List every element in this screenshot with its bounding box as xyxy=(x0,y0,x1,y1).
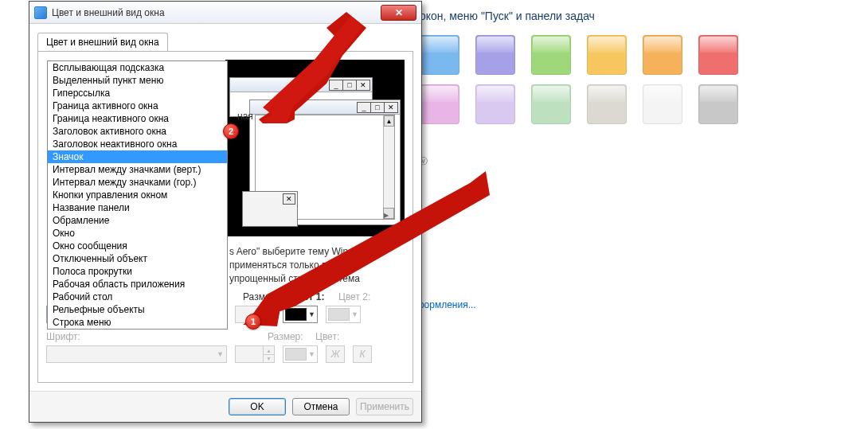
color-swatch[interactable] xyxy=(643,84,682,124)
close-button[interactable]: ✕ xyxy=(381,5,416,21)
maximize-icon: □ xyxy=(370,102,385,113)
list-item[interactable]: Интервал между значками (верт.) xyxy=(48,163,227,176)
apply-button: Применить xyxy=(356,398,413,415)
minimize-icon: _ xyxy=(329,80,343,91)
close-icon: ✕ xyxy=(283,193,295,205)
font-size-label: Размер: xyxy=(268,331,307,342)
color1-swatch xyxy=(285,308,307,321)
close-icon: ✕ xyxy=(395,7,403,18)
dialog-buttons: OK Отмена Применить xyxy=(29,391,421,422)
list-item[interactable]: Граница активного окна xyxy=(48,99,227,112)
color-swatch[interactable] xyxy=(698,84,738,124)
list-item[interactable]: Выделенный пункт меню xyxy=(48,74,227,87)
font-label: Шрифт: xyxy=(46,331,80,342)
list-item[interactable]: Интервал между значками (гор.) xyxy=(48,176,227,189)
font-size-spinner: ▲▼ xyxy=(235,345,275,363)
color-swatch[interactable] xyxy=(475,35,515,75)
cancel-button[interactable]: Отмена xyxy=(292,398,350,415)
font-color-picker: ▼ xyxy=(283,345,318,363)
italic-button: К xyxy=(353,345,372,363)
font-color-swatch xyxy=(285,348,307,361)
preview-message-box: ✕ xyxy=(242,191,298,227)
appearance-dialog: Цвет и внешний вид окна ✕ Цвет и внешний… xyxy=(29,1,422,423)
chevron-down-icon: ▼ xyxy=(217,350,224,358)
color-swatches xyxy=(420,35,738,124)
color2-label: Цвет 2: xyxy=(338,291,378,302)
spinner-down-icon: ▼ xyxy=(263,355,274,363)
list-item[interactable]: Название панели xyxy=(48,201,227,214)
size-label: Размер: xyxy=(243,291,283,302)
scroll-up-icon: ▲ xyxy=(384,115,394,127)
chevron-down-icon: ▼ xyxy=(351,310,358,318)
font-color-label: Цвет: xyxy=(315,331,355,342)
list-item[interactable]: Значок xyxy=(48,150,227,163)
list-item[interactable]: Строка меню xyxy=(48,316,227,329)
color-swatch[interactable] xyxy=(587,84,627,124)
list-item[interactable]: Рабочая область приложения xyxy=(48,278,227,291)
color-swatch[interactable] xyxy=(698,35,738,75)
bold-button: Ж xyxy=(326,345,345,363)
close-icon: ✕ xyxy=(356,80,370,91)
titlebar: Цвет и внешний вид окна ✕ xyxy=(29,2,421,24)
window-icon xyxy=(34,6,47,19)
list-item[interactable]: Окно xyxy=(48,227,227,240)
element-listbox[interactable]: Всплывающая подсказкаВыделенный пункт ме… xyxy=(47,60,228,330)
list-item[interactable]: Отключенный объект xyxy=(48,252,227,265)
spinner-up-icon: ▲ xyxy=(263,346,274,355)
hint-marker-1: 1 xyxy=(245,314,261,330)
scroll-right-icon: ▶ xyxy=(384,212,389,219)
close-icon: ✕ xyxy=(384,102,398,113)
color1-label: Цвет 1: xyxy=(291,291,330,302)
minimize-icon: _ xyxy=(357,102,371,113)
list-item[interactable]: Обрамление xyxy=(48,214,227,227)
list-item[interactable]: Гиперссылка xyxy=(48,87,227,99)
preview-caption-fragment: ная xyxy=(237,111,253,122)
color1-picker[interactable]: ▼ xyxy=(283,306,318,323)
info-text: s Aero" выберите тему Windows. применять… xyxy=(229,245,405,285)
list-item[interactable]: Полоса прокрутки xyxy=(48,265,227,278)
color-swatch[interactable] xyxy=(531,35,571,75)
list-item[interactable]: Граница неактивного окна xyxy=(48,112,227,125)
list-item[interactable]: Всплывающая подсказка xyxy=(48,61,227,74)
color-swatch[interactable] xyxy=(475,84,515,124)
list-item[interactable]: Окно сообщения xyxy=(48,240,227,252)
color-swatch[interactable] xyxy=(587,35,627,75)
color-swatch[interactable] xyxy=(643,35,682,75)
color-swatch[interactable] xyxy=(420,84,459,124)
chevron-down-icon: ▼ xyxy=(308,310,315,318)
dialog-content: _ □ ✕ _ □ ✕ ▲ ▶ ✕ xyxy=(37,51,413,383)
bg-heading-partial: окон, меню "Пуск" и панели задач xyxy=(420,10,595,22)
color-swatch[interactable] xyxy=(420,35,459,75)
color2-picker: ▼ xyxy=(326,306,361,323)
hint-marker-2: 2 xyxy=(223,123,239,139)
color2-swatch xyxy=(328,308,350,321)
color-swatch[interactable] xyxy=(531,84,571,124)
tab-bar: Цвет и внешний вид окна xyxy=(29,24,421,51)
ok-button[interactable]: OK xyxy=(229,398,286,415)
font-dropdown: ▼ xyxy=(46,345,227,363)
chevron-down-icon: ▼ xyxy=(308,350,315,358)
tab-appearance[interactable]: Цвет и внешний вид окна xyxy=(37,33,168,52)
list-item[interactable]: Кнопки управления окном xyxy=(48,189,227,201)
window-title: Цвет и внешний вид окна xyxy=(52,7,381,18)
maximize-icon: □ xyxy=(342,80,357,91)
spinner-up-icon: ▲ xyxy=(263,306,274,315)
list-item[interactable]: Рабочий стол xyxy=(48,291,227,303)
list-item[interactable]: Рельефные объекты xyxy=(48,303,227,316)
spinner-down-icon: ▼ xyxy=(263,315,274,323)
list-item[interactable]: Заголовок неактивного окна xyxy=(48,138,227,150)
list-item[interactable]: Заголовок активного окна xyxy=(48,125,227,138)
